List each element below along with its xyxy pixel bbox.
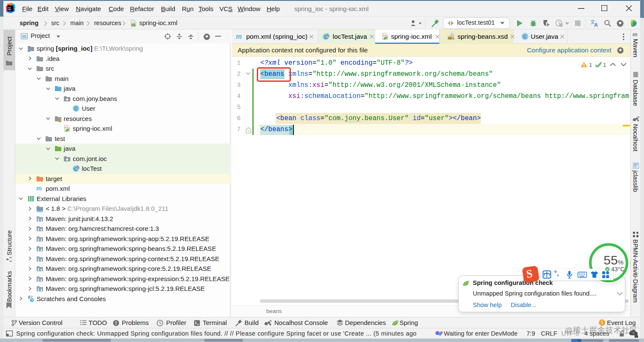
svg-text:IJ: IJ [8,6,11,9]
svg-text:C: C [75,106,78,111]
svg-text:A: A [594,22,598,27]
svg-text:C: C [523,34,527,39]
svg-text:<>: <> [131,23,135,26]
svg-text:xs: xs [448,36,451,40]
